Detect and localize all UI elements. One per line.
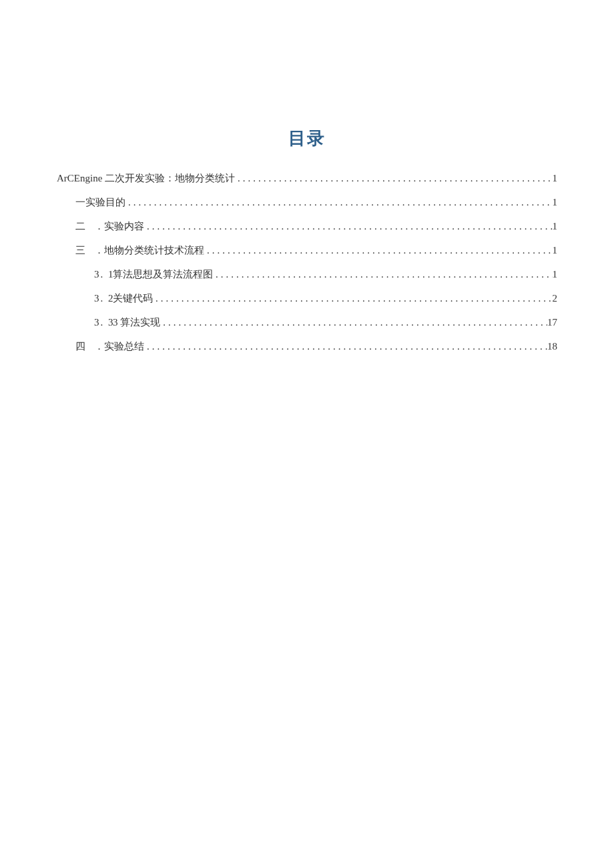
toc-entry-label: ArCEngine 二次开发实验：地物分类统计: [57, 170, 235, 186]
toc-dots: [160, 314, 547, 330]
toc-entry-label: 一实验目的: [75, 194, 125, 210]
toc-entry-prefix: 二: [75, 218, 94, 234]
toc-entry-label: ．实验总结: [94, 338, 144, 354]
toc-entry-label: ．地物分类统计技术流程: [94, 242, 204, 258]
toc-dots: [204, 242, 553, 258]
toc-entry-label: 算法思想及算法流程图: [113, 266, 213, 282]
toc-entry: 3. 2 关键代码 2: [57, 290, 557, 306]
toc-title: 目录: [57, 127, 557, 150]
toc-entry: 一实验目的 1: [57, 194, 557, 210]
toc-entry-prefix: 四: [75, 338, 94, 354]
toc-dots: [213, 266, 553, 282]
toc-dots: [144, 218, 553, 234]
toc-entry-page: 1: [553, 266, 558, 282]
toc-entry-page: 17: [547, 314, 557, 330]
toc-entry: 二 ．实验内容 1: [57, 218, 557, 234]
toc-entry-prefix: 3. 3: [94, 314, 113, 330]
toc-entry-label: 关键代码: [113, 290, 153, 306]
toc-entry-prefix: 三: [75, 242, 94, 258]
toc-entry-prefix: 3. 1: [94, 266, 113, 282]
toc-entry: 四 ．实验总结 18: [57, 338, 557, 354]
toc-entry-label: ．实验内容: [94, 218, 144, 234]
toc-dots: [153, 290, 553, 306]
toc-entry-page: 1: [553, 170, 558, 186]
toc-dots: [125, 194, 553, 210]
toc-entry-prefix: 3. 2: [94, 290, 113, 306]
toc-entry: 3. 3 3 算法实现 17: [57, 314, 557, 330]
toc-entry-page: 1: [553, 194, 558, 210]
toc-entry: 3. 1 算法思想及算法流程图 1: [57, 266, 557, 282]
toc-entry: 三 ．地物分类统计技术流程 1: [57, 242, 557, 258]
toc-entry-page: 2: [553, 290, 558, 306]
toc-entry-page: 18: [547, 338, 557, 354]
toc-entry-page: 1: [553, 218, 558, 234]
toc-dots: [235, 170, 552, 186]
toc-entry-page: 1: [553, 242, 558, 258]
toc-entry-label: 3 算法实现: [113, 314, 160, 330]
toc-dots: [144, 338, 547, 354]
toc-entry: ArCEngine 二次开发实验：地物分类统计 1: [57, 170, 557, 186]
